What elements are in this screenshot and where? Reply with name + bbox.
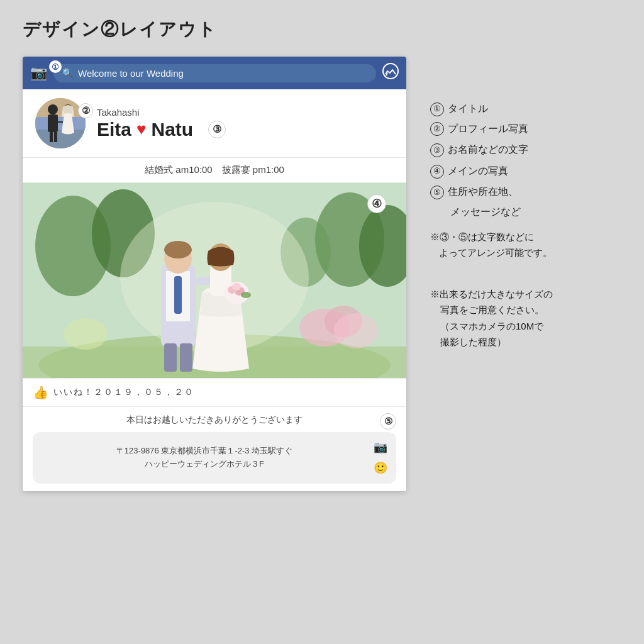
annotation-4: ④ メインの写真 — [430, 163, 625, 179]
message-text: 本日はお越しいただきありがとうございます — [33, 414, 396, 426]
search-icon: 🔍 — [62, 68, 73, 78]
annotation-label-1: タイトル — [448, 103, 488, 114]
schedule-bar: 結婚式 am10:00 披露宴 pm1:00 — [23, 158, 406, 183]
annotation-label-4: メインの写真 — [448, 165, 508, 176]
photo-note1: ※出来るだけ大きなサイズの — [430, 286, 625, 303]
address-box: 〒123-9876 東京都横浜市千葉１-2-3 埼玉駅すぐ ハッピーウェディング… — [33, 432, 396, 484]
photo-note4: 撮影した程度） — [440, 334, 625, 350]
name1: Eita — [97, 119, 131, 140]
names-badge: ③ — [208, 121, 226, 138]
search-text: Welcome to our Wedding — [78, 68, 184, 79]
schedule-text: 結婚式 am10:00 披露宴 pm1:00 — [145, 164, 284, 175]
annotation-note2: ※③・⑤は文字数などに よってアレンジ可能です。 — [430, 229, 625, 261]
annotation-badge-4: ④ — [430, 165, 444, 179]
annotation-badge-3: ③ — [430, 143, 444, 157]
annotation-1: ① タイトル — [430, 101, 625, 117]
profile-badge: ② — [78, 103, 93, 118]
like-bar: 👍 いいね！２０１９，０５，２０ — [23, 378, 406, 407]
like-icon[interactable]: 👍 — [33, 385, 48, 400]
annotations: ① タイトル ② プロフィール写真 ③ お名前などの文字 ④ メインの写真 ⑤ … — [430, 101, 625, 350]
note1-text: メッセージなど — [450, 206, 521, 217]
search-bar[interactable]: 🔍 Welcome to our Wedding — [53, 64, 376, 82]
annotation-2: ② プロフィール写真 — [430, 121, 625, 137]
svg-rect-25 — [174, 276, 182, 314]
topbar-badge: ① — [49, 60, 62, 73]
name2: Natu — [151, 119, 193, 140]
profile-section: ② Takahashi Eita ♥ Natu ③ — [23, 89, 406, 158]
svg-rect-6 — [50, 132, 53, 142]
svg-rect-31 — [180, 343, 192, 372]
surname: Takahashi — [97, 107, 226, 118]
svg-point-22 — [64, 318, 108, 350]
page-title: デザイン②レイアウト — [23, 18, 217, 42]
svg-point-27 — [164, 241, 192, 258]
annotation-badge-1: ① — [430, 103, 444, 116]
couple-names: Eita ♥ Natu ③ — [97, 119, 226, 140]
messenger-icon[interactable] — [382, 63, 399, 83]
annotation-badge-5: ⑤ — [430, 186, 444, 199]
annotation-label-2: プロフィール写真 — [448, 123, 528, 134]
section-badge: ⑤ — [380, 413, 396, 430]
annotation-3: ③ お名前などの文字 — [430, 142, 625, 158]
main-photo: ④ — [23, 183, 406, 378]
annotation-photo-note: ※出来るだけ大きなサイズの 写真をご用意ください。 （スマホカメラの10Mで 撮… — [430, 286, 625, 350]
address-icons: 📷 🙂 — [374, 438, 387, 477]
address-line1: 〒123-9876 東京都横浜市千葉１-2-3 埼玉駅すぐ — [42, 445, 367, 458]
message-section: ⑤ 本日はお越しいただきありがとうございます 〒123-9876 東京都横浜市千… — [23, 407, 406, 491]
svg-rect-3 — [35, 130, 86, 148]
svg-point-21 — [334, 313, 378, 348]
annotation-badge-2: ② — [430, 122, 444, 136]
camera-icon: 📷 — [30, 65, 47, 81]
annotation-5: ⑤ 住所や所在地、 — [430, 184, 625, 200]
address-text: 〒123-9876 東京都横浜市千葉１-2-3 埼玉駅すぐ ハッピーウェディング… — [42, 445, 367, 471]
address-line2: ハッピーウェディングホテル３F — [42, 458, 367, 471]
annotation-label-5: 住所や所在地、 — [448, 186, 518, 197]
photo-note3: （スマホカメラの10Mで — [440, 318, 625, 335]
camera-small-icon: 📷 — [374, 438, 387, 457]
svg-point-0 — [383, 64, 398, 79]
note3-text: よってアレンジ可能です。 — [439, 245, 625, 261]
annotation-note1: メッセージなど — [450, 204, 625, 220]
annotation-label-3: お名前などの文字 — [448, 144, 528, 155]
svg-point-37 — [232, 283, 241, 291]
svg-rect-5 — [48, 114, 58, 132]
svg-point-38 — [241, 292, 251, 298]
avatar — [35, 98, 86, 148]
svg-rect-30 — [164, 343, 177, 372]
heart-icon: ♥ — [136, 119, 146, 139]
svg-rect-7 — [54, 132, 57, 142]
photo-badge: ④ — [367, 194, 386, 213]
note2-text: ※③・⑤は文字数などに — [430, 229, 625, 245]
fb-topbar: 📷 ① 🔍 Welcome to our Wedding — [23, 57, 406, 89]
photo-note2: 写真をご用意ください。 — [440, 302, 625, 318]
smiley-icon: 🙂 — [374, 459, 387, 477]
fb-card: 📷 ① 🔍 Welcome to our Wedding — [23, 57, 406, 491]
svg-point-4 — [48, 104, 58, 114]
like-text: いいね！２０１９，０５，２０ — [53, 387, 194, 398]
names-block: Takahashi Eita ♥ Natu ③ — [97, 107, 226, 140]
